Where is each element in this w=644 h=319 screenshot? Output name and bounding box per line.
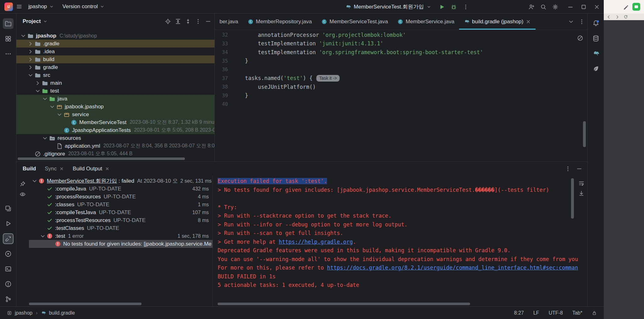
- collapse-all-icon[interactable]: [185, 18, 191, 25]
- chevron-down-icon[interactable]: [42, 135, 48, 141]
- search-everywhere-icon[interactable]: [540, 4, 547, 10]
- tool-stripe-notifications[interactable]: [591, 18, 601, 29]
- chevron-right-icon[interactable]: [27, 64, 34, 71]
- file-encoding[interactable]: UTF-8: [549, 310, 563, 316]
- tool-stripe-windows[interactable]: [3, 33, 14, 44]
- tool-stripe-version-control[interactable]: [3, 294, 14, 305]
- project-tree-item-resources[interactable]: resources: [16, 134, 214, 142]
- project-tree-item-java[interactable]: java: [16, 95, 214, 103]
- project-tree-item-jpabook-jpashop[interactable]: jpabook.jpashop: [16, 103, 214, 111]
- tool-stripe-more[interactable]: [3, 48, 14, 59]
- inlay-hint[interactable]: Task it ->: [316, 75, 340, 82]
- lock-icon[interactable]: [592, 310, 597, 316]
- chevron-down-icon[interactable]: [34, 88, 41, 94]
- breadcrumb-file[interactable]: build.gradle: [49, 310, 75, 316]
- project-tree-item-gradle[interactable]: .gradle: [16, 40, 214, 48]
- tool-stripe-database[interactable]: [591, 33, 601, 44]
- console-link[interactable]: https://help.gradle.org: [279, 239, 353, 245]
- vcs-menu-button[interactable]: Version control: [60, 2, 107, 11]
- editor-tab-memberservice-java[interactable]: C MemberService.java: [393, 14, 459, 30]
- project-tree-item-jpashopapplicationtests[interactable]: C JpashopApplicationTests 2023-08-01 오후 …: [16, 126, 214, 134]
- code-with-me-icon[interactable]: [528, 4, 535, 10]
- chevron-down-icon[interactable]: [49, 104, 56, 110]
- tool-stripe-problems[interactable]: [3, 279, 14, 289]
- build-tree-item-classes[interactable]: :classes UP-TO-DATE 1 ms: [29, 201, 213, 208]
- chevron-right-icon[interactable]: [27, 41, 34, 47]
- close-button[interactable]: [594, 4, 600, 10]
- project-tree-item-jpashop[interactable]: jpashop C:\study\jpashop: [16, 32, 214, 40]
- forward-icon[interactable]: [615, 15, 619, 19]
- code-line-33[interactable]: 33 testImplementation 'junit:junit:4.13.…: [215, 39, 587, 48]
- pin-icon[interactable]: [19, 181, 26, 187]
- build-tree-item-test[interactable]: :test 1 error 1 sec, 178 ms: [29, 232, 213, 240]
- build-tree-hscrollbar[interactable]: [29, 303, 142, 305]
- inspect-eye-icon[interactable]: [19, 191, 26, 197]
- chevron-down-icon[interactable]: [27, 72, 34, 78]
- project-tree-item-main[interactable]: main: [16, 79, 214, 87]
- settings-gear-icon[interactable]: [552, 4, 558, 10]
- chevron-down-icon[interactable]: [31, 178, 38, 184]
- project-tree-item-memberservicetest[interactable]: C MemberServiceTest 2023-08-10 오전 8:37, …: [16, 118, 214, 126]
- tool-stripe-dependencies[interactable]: [3, 203, 14, 214]
- editor-tab-memberservicetest-java[interactable]: C MemberServiceTest.java: [317, 14, 393, 30]
- close-tab-icon[interactable]: [105, 167, 109, 171]
- line-ending[interactable]: LF: [533, 310, 539, 316]
- project-tree-item-application-yml[interactable]: application.yml 2023-08-07 오전 8:04, 356 …: [16, 142, 214, 150]
- console-scrollbar-thumb[interactable]: [571, 178, 574, 219]
- tool-stripe-spring[interactable]: [591, 63, 601, 74]
- panel-options-icon[interactable]: [565, 166, 571, 172]
- hide-panel-icon[interactable]: [576, 166, 582, 172]
- tool-stripe-services[interactable]: [3, 248, 14, 259]
- build-console[interactable]: Execution failed for task ':test'. > No …: [213, 176, 587, 306]
- tool-stripe-terminal[interactable]: [3, 264, 14, 274]
- caret-position[interactable]: 8:27: [514, 310, 524, 316]
- editor-scrollbar-thumb[interactable]: [583, 121, 586, 147]
- chevron-down-icon[interactable]: [40, 233, 46, 239]
- expand-all-icon[interactable]: [175, 18, 181, 25]
- build-item-link[interactable]: MemberServiceTest.회원가입: [47, 177, 117, 185]
- console-link[interactable]: https://docs.gradle.org/8.2.1/userguide/…: [327, 265, 578, 271]
- editor-tab-build-gradle-jpashop[interactable]: build.gradle (jpashop): [459, 14, 536, 30]
- tabs-list-dropdown-icon[interactable]: [568, 19, 574, 25]
- project-menu-button[interactable]: jpashop: [25, 2, 57, 11]
- panel-options-icon[interactable]: [195, 18, 201, 25]
- scrollbar-thumb[interactable]: [18, 157, 185, 160]
- inspections-disabled-icon[interactable]: [577, 35, 583, 41]
- soft-wrap-icon[interactable]: [578, 180, 585, 186]
- tool-stripe-run[interactable]: [3, 218, 14, 229]
- tab-build-output[interactable]: Build Output: [73, 166, 109, 172]
- scroll-to-end-icon[interactable]: [578, 190, 585, 197]
- project-tree-item-gitignore[interactable]: .gitignore 2023-08-01 오후 5:05, 444 B: [16, 150, 214, 158]
- debug-button[interactable]: [451, 4, 457, 10]
- main-menu-icon[interactable]: [16, 3, 22, 10]
- locate-file-icon[interactable]: [165, 18, 171, 25]
- code-line-36[interactable]: 36: [215, 65, 587, 74]
- back-icon[interactable]: [607, 15, 611, 19]
- build-tree-item-testclasses[interactable]: :testClasses UP-TO-DATE: [29, 224, 213, 232]
- tool-stripe-gradle[interactable]: [591, 48, 601, 59]
- build-tree-item-compiletestjava[interactable]: :compileTestJava UP-TO-DATE 107 ms: [29, 208, 213, 216]
- more-actions-icon[interactable]: [463, 4, 469, 10]
- chevron-down-icon[interactable]: [42, 96, 48, 102]
- maximize-button[interactable]: [580, 4, 587, 10]
- build-tree-item-memberservicetest[interactable]: MemberServiceTest.회원가입 : failed At 2023-…: [29, 177, 213, 185]
- build-tree-item-no-tests-found-for-given-includes-jpabook-jpashop-service-me[interactable]: No tests found for given includes: [jpab…: [29, 240, 213, 248]
- chevron-down-icon[interactable]: [20, 33, 27, 39]
- close-tab-icon[interactable]: [59, 167, 64, 171]
- build-tree-item-processresources[interactable]: :processResources UP-TO-DATE 4 ms: [29, 193, 213, 201]
- tabs-more-icon[interactable]: [579, 19, 585, 25]
- project-tree-item-build[interactable]: build: [16, 55, 214, 63]
- chevron-right-icon[interactable]: [27, 56, 34, 63]
- project-tree-item-test[interactable]: test: [16, 87, 214, 95]
- console-hscrollbar[interactable]: [218, 303, 470, 305]
- build-tree-item-compilejava[interactable]: :compileJava UP-TO-DATE 432 ms: [29, 185, 213, 193]
- chevron-right-icon[interactable]: [34, 80, 41, 86]
- tool-stripe-project[interactable]: [3, 18, 14, 29]
- editor-tab-ber-java[interactable]: ber.java: [215, 14, 243, 30]
- build-tree-item-processtestresources[interactable]: :processTestResources UP-TO-DATE 8 ms: [29, 216, 213, 224]
- tool-stripe-build[interactable]: [3, 233, 14, 244]
- breadcrumb-project[interactable]: jpashop: [15, 310, 32, 316]
- project-tree-item-idea[interactable]: .idea: [16, 48, 214, 55]
- close-tab-icon[interactable]: [526, 19, 531, 24]
- tab-sync[interactable]: Sync: [45, 166, 64, 172]
